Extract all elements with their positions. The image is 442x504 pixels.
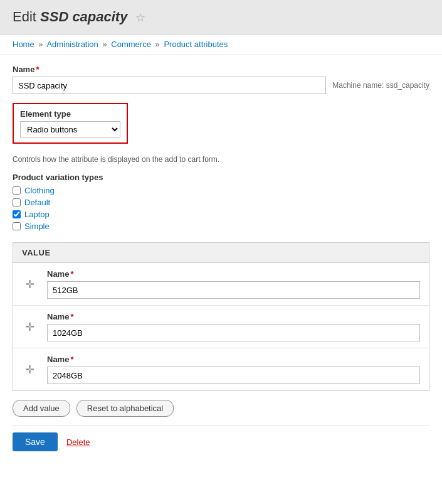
breadcrumb-sep-3: » [155, 40, 160, 49]
value-name-label-1: Name* [47, 269, 420, 279]
name-field-group: Name* Machine name: ssd_capacity [13, 65, 429, 94]
checkbox-default-label[interactable]: Default [24, 198, 50, 207]
title-prefix: Edit [13, 9, 40, 24]
checkbox-clothing-label[interactable]: Clothing [24, 186, 55, 195]
name-label: Name* [13, 65, 429, 74]
checkbox-simple-input[interactable] [13, 222, 21, 230]
favorite-star-icon[interactable]: ☆ [135, 11, 145, 24]
element-type-group: Element type Radio buttons Select list C… [13, 103, 429, 146]
save-delete-row: Save Delete [13, 426, 429, 458]
main-content: Name* Machine name: ssd_capacity Element… [0, 55, 442, 468]
element-type-label: Element type [20, 109, 120, 119]
value-name-label-3: Name* [47, 355, 420, 364]
value-row-1: ✛ Name* [13, 263, 429, 306]
value-action-buttons: Add value Reset to alphabetical [13, 391, 429, 423]
value-section-header: VALUE [13, 243, 429, 263]
name-required-star: * [36, 65, 39, 74]
value-required-1: * [70, 269, 73, 279]
value-row-3: ✛ Name* [13, 348, 429, 390]
drag-handle-1[interactable]: ✛ [22, 277, 37, 291]
checkbox-default: Default [13, 198, 429, 207]
value-input-2[interactable] [47, 324, 420, 341]
value-required-3: * [70, 355, 73, 364]
variation-types-label: Product variation types [13, 173, 429, 182]
save-button[interactable]: Save [13, 432, 58, 451]
breadcrumb-commerce[interactable]: Commerce [111, 40, 151, 49]
checkbox-clothing: Clothing [13, 186, 429, 195]
breadcrumb-sep-1: » [38, 40, 43, 49]
value-input-3[interactable] [47, 367, 420, 384]
reset-alphabetical-button[interactable]: Reset to alphabetical [76, 400, 174, 417]
page-title: Edit SSD capacity ☆ [13, 9, 429, 25]
checkbox-laptop-input[interactable] [13, 210, 21, 218]
name-row: Machine name: ssd_capacity [13, 77, 429, 94]
title-italic: SSD capacity [40, 9, 127, 24]
value-field-group-3: Name* [47, 355, 420, 384]
value-section: VALUE ✛ Name* ✛ Name* ✛ [13, 242, 429, 391]
value-row-2: ✛ Name* [13, 306, 429, 348]
element-type-box: Element type Radio buttons Select list C… [13, 103, 128, 144]
checkbox-laptop-label[interactable]: Laptop [24, 210, 50, 219]
delete-button[interactable]: Delete [66, 437, 90, 447]
breadcrumb-product-attributes[interactable]: Product attributes [164, 40, 228, 49]
variation-types-group: Product variation types Clothing Default… [13, 173, 429, 231]
add-value-button[interactable]: Add value [13, 400, 70, 417]
breadcrumb-administration[interactable]: Administration [46, 40, 98, 49]
hint-text: Controls how the attribute is displayed … [13, 155, 429, 164]
element-type-select[interactable]: Radio buttons Select list Checkboxes [20, 121, 120, 137]
page-header: Edit SSD capacity ☆ [0, 0, 442, 35]
value-field-group-2: Name* [47, 312, 420, 341]
breadcrumb-home[interactable]: Home [13, 40, 34, 49]
checkbox-default-input[interactable] [13, 198, 21, 206]
drag-handle-2[interactable]: ✛ [22, 320, 37, 334]
value-name-label-2: Name* [47, 312, 420, 321]
checkbox-simple: Simple [13, 222, 429, 231]
breadcrumb: Home » Administration » Commerce » Produ… [0, 35, 442, 55]
drag-handle-3[interactable]: ✛ [22, 363, 37, 377]
value-input-1[interactable] [47, 281, 420, 299]
breadcrumb-sep-2: » [102, 40, 107, 49]
checkbox-laptop: Laptop [13, 210, 429, 219]
checkbox-simple-label[interactable]: Simple [24, 222, 50, 231]
value-required-2: * [70, 312, 73, 321]
value-field-group-1: Name* [47, 269, 420, 299]
checkbox-clothing-input[interactable] [13, 186, 21, 195]
name-input[interactable] [13, 77, 326, 94]
machine-name-label: Machine name: ssd_capacity [332, 81, 429, 90]
